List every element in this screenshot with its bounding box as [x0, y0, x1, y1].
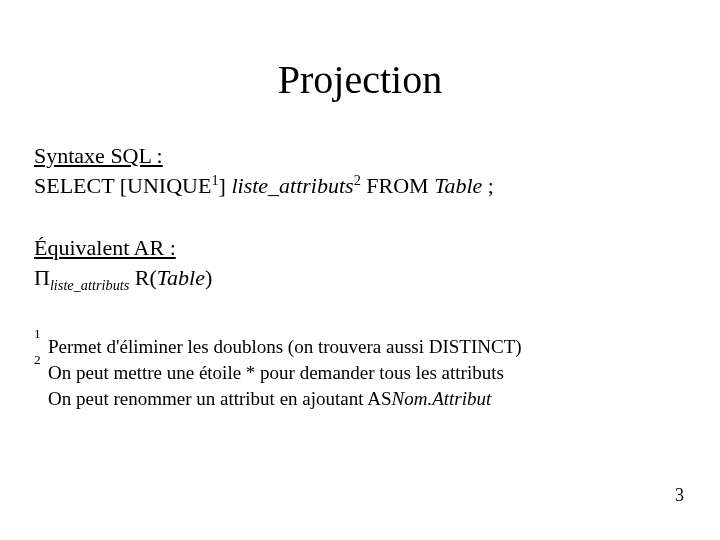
footnote-3-text-b: Nom.Attribut — [392, 386, 492, 412]
sql-syntax-label: Syntaxe SQL : — [34, 143, 686, 169]
sql-semicolon: ; — [482, 173, 494, 198]
sql-bracket-close: ] — [219, 173, 232, 198]
slide-title: Projection — [34, 56, 686, 103]
ar-equivalent-line: Πliste_attributs R(Table) — [34, 263, 686, 293]
ar-equivalent-label: Équivalent AR : — [34, 235, 686, 261]
sql-select: SELECT [UNIQUE — [34, 173, 211, 198]
footnote-3: On peut renommer un attribut en ajoutant… — [34, 386, 686, 412]
pi-subscript: liste_attributs — [50, 277, 129, 293]
footnote-3-text-a: On peut renommer un attribut en ajoutant… — [48, 386, 392, 412]
ar-r-close: ) — [205, 265, 212, 290]
footnote-2-number: 2 — [34, 360, 44, 386]
ar-table: Table — [157, 265, 205, 290]
sql-footnote-ref-2: 2 — [354, 172, 361, 188]
page-number: 3 — [675, 485, 684, 506]
footnote-1: 1 Permet d'éliminer les doublons (on tro… — [34, 334, 686, 360]
footnote-1-text: Permet d'éliminer les doublons (on trouv… — [48, 334, 522, 360]
footnote-2: 2 On peut mettre une étoile * pour deman… — [34, 360, 686, 386]
sql-syntax-block: Syntaxe SQL : SELECT [UNIQUE1] liste_att… — [34, 143, 686, 201]
pi-symbol: Π — [34, 265, 50, 290]
sql-liste-attributs: liste_attributs — [231, 173, 353, 198]
footnotes-block: 1 Permet d'éliminer les doublons (on tro… — [34, 334, 686, 411]
ar-r-open: R( — [129, 265, 157, 290]
sql-footnote-ref-1: 1 — [211, 172, 218, 188]
sql-syntax-line: SELECT [UNIQUE1] liste_attributs2 FROM T… — [34, 171, 686, 201]
ar-equivalent-block: Équivalent AR : Πliste_attributs R(Table… — [34, 235, 686, 293]
sql-table: Table — [434, 173, 482, 198]
sql-from: FROM — [361, 173, 434, 198]
footnote-2-text: On peut mettre une étoile * pour demande… — [48, 360, 504, 386]
